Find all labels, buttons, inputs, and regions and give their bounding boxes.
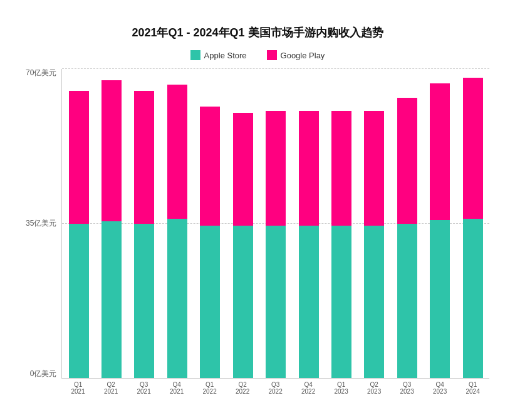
bar-google-play <box>69 91 89 223</box>
x-label: Q2 2022 <box>232 381 252 395</box>
bar-apple-store <box>134 224 154 379</box>
bar-google-play <box>233 113 253 226</box>
bar-group <box>200 69 220 378</box>
bar-apple-store <box>430 220 450 378</box>
x-labels: Q1 2021Q2 2021Q3 2021Q4 2021Q1 2022Q2 20… <box>61 379 489 395</box>
bar-stack <box>134 91 154 378</box>
bar-google-play <box>463 78 483 219</box>
bar-apple-store <box>266 226 286 378</box>
bar-apple-store <box>101 221 122 378</box>
x-label: Q4 2023 <box>430 381 450 395</box>
bars-row <box>62 69 489 378</box>
bar-apple-store <box>397 224 417 379</box>
x-label: Q1 2023 <box>331 381 351 395</box>
bar-apple-store <box>364 226 384 378</box>
bar-group <box>364 69 384 378</box>
bar-google-play <box>134 91 154 223</box>
apple-color-swatch <box>190 50 200 60</box>
apple-label: Apple Store <box>204 51 247 60</box>
google-color-swatch <box>267 50 277 60</box>
bar-group <box>463 69 483 378</box>
bar-apple-store <box>331 226 351 378</box>
bar-google-play <box>299 111 319 226</box>
bar-google-play <box>101 80 122 221</box>
y-label-mid: 35亿美元 <box>26 219 56 227</box>
bar-apple-store <box>69 224 89 379</box>
bar-stack <box>167 85 187 378</box>
legend-apple: Apple Store <box>190 50 247 60</box>
bars-area: Q1 2021Q2 2021Q3 2021Q4 2021Q1 2022Q2 20… <box>61 69 489 395</box>
bar-stack <box>299 111 319 378</box>
bar-stack <box>430 83 450 378</box>
chart-container: 2021年Q1 - 2024年Q1 美国市场手游内购收入趋势 Apple Sto… <box>13 13 502 407</box>
x-label: Q3 2023 <box>397 381 417 395</box>
y-axis: 70亿美元 35亿美元 0亿美元 <box>26 69 61 395</box>
bar-google-play <box>266 111 286 226</box>
y-label-top: 70亿美元 <box>26 69 56 76</box>
x-label: Q4 2021 <box>167 381 187 395</box>
bar-group <box>266 69 286 378</box>
bar-apple-store <box>299 226 319 378</box>
bar-stack <box>266 111 286 378</box>
bar-google-play <box>430 83 450 220</box>
chart-area: 70亿美元 35亿美元 0亿美元 Q1 2021Q2 2021Q3 2021Q4… <box>26 69 489 395</box>
bar-group <box>69 69 89 378</box>
legend-google: Google Play <box>267 50 325 60</box>
bar-apple-store <box>233 226 253 378</box>
y-label-bottom: 0亿美元 <box>30 370 57 377</box>
bar-group <box>134 69 154 378</box>
bar-stack <box>331 111 351 378</box>
bar-google-play <box>200 107 220 226</box>
bar-group <box>430 69 450 378</box>
bar-group <box>167 69 187 378</box>
bar-google-play <box>397 98 417 224</box>
x-label: Q4 2022 <box>298 381 318 395</box>
google-label: Google Play <box>281 51 325 60</box>
bar-stack <box>101 80 122 378</box>
bar-google-play <box>364 111 384 226</box>
legend: Apple Store Google Play <box>190 50 325 60</box>
bar-stack <box>397 98 417 378</box>
bar-group <box>299 69 319 378</box>
bar-stack <box>364 111 384 378</box>
x-label: Q2 2023 <box>364 381 384 395</box>
bar-group <box>233 69 253 378</box>
bar-group <box>331 69 351 378</box>
bar-stack <box>233 113 253 378</box>
bar-stack <box>69 91 89 378</box>
x-label: Q1 2021 <box>68 381 88 395</box>
bar-stack <box>463 78 483 378</box>
bar-apple-store <box>167 219 187 378</box>
chart-title: 2021年Q1 - 2024年Q1 美国市场手游内购收入趋势 <box>132 25 383 40</box>
bar-google-play <box>331 111 351 226</box>
x-label: Q3 2022 <box>266 381 286 395</box>
x-label: Q3 2021 <box>134 381 154 395</box>
bar-apple-store <box>463 219 483 378</box>
x-label: Q1 2024 <box>463 381 483 395</box>
bar-google-play <box>167 85 187 219</box>
bar-group <box>101 69 122 378</box>
bars-wrapper <box>61 69 489 379</box>
x-label: Q1 2022 <box>200 381 220 395</box>
bar-stack <box>200 107 220 378</box>
bar-apple-store <box>200 226 220 378</box>
bar-group <box>397 69 417 378</box>
x-label: Q2 2021 <box>101 381 121 395</box>
